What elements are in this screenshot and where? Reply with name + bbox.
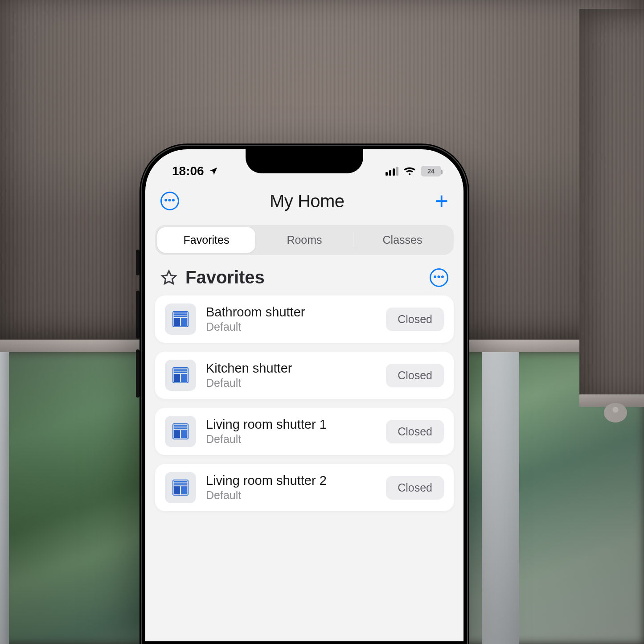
page-title: My Home: [270, 191, 345, 211]
device-label: Kitchen shutter Default: [206, 361, 376, 390]
svg-rect-21: [174, 484, 187, 485]
device-label: Living room shutter 1 Default: [206, 417, 376, 446]
cellular-signal-icon: [386, 167, 398, 176]
device-name: Living room shutter 1: [206, 417, 376, 432]
section-menu-button[interactable]: •••: [430, 268, 448, 287]
svg-rect-1: [174, 312, 187, 314]
svg-rect-13: [174, 425, 187, 426]
shutter-icon: [165, 304, 196, 335]
window-frame: [482, 343, 519, 644]
window-frame: [0, 343, 9, 644]
roller-blind-bead: [604, 403, 627, 422]
view-tabs: Favorites Rooms Classes: [155, 225, 454, 255]
svg-rect-3: [174, 316, 187, 317]
device-state-button[interactable]: Closed: [386, 476, 444, 500]
tab-classes[interactable]: Classes: [353, 227, 451, 253]
svg-rect-5: [181, 318, 187, 326]
svg-rect-17: [181, 430, 187, 438]
svg-rect-20: [174, 483, 187, 484]
phone-frame: 18:06 24 ••• My Home +: [139, 144, 469, 644]
app-header: ••• My Home +: [145, 184, 464, 225]
phone-side-button: [136, 349, 139, 398]
section-header: Favorites •••: [145, 267, 464, 295]
svg-rect-4: [174, 318, 180, 326]
device-name: Living room shutter 2: [206, 473, 376, 488]
shutter-icon: [165, 360, 196, 391]
home-menu-button[interactable]: •••: [160, 192, 179, 210]
device-name: Bathroom shutter: [206, 305, 376, 320]
phone-screen: 18:06 24 ••• My Home +: [145, 149, 464, 641]
device-name: Kitchen shutter: [206, 361, 376, 376]
phone-side-button: [136, 250, 139, 275]
device-card[interactable]: Living room shutter 1 Default Closed: [155, 408, 454, 455]
device-room: Default: [206, 433, 376, 446]
shutter-icon: [165, 472, 196, 503]
battery-icon: 24: [421, 166, 441, 176]
svg-rect-23: [181, 486, 187, 494]
section-title: Favorites: [185, 267, 265, 287]
device-card[interactable]: Kitchen shutter Default Closed: [155, 352, 454, 399]
svg-rect-8: [174, 370, 187, 372]
device-label: Living room shutter 2 Default: [206, 473, 376, 502]
device-room: Default: [206, 320, 376, 333]
svg-rect-14: [174, 427, 187, 428]
tab-rooms[interactable]: Rooms: [255, 227, 353, 253]
phone-notch: [246, 149, 363, 173]
add-button[interactable]: +: [435, 189, 448, 213]
device-label: Bathroom shutter Default: [206, 305, 376, 333]
svg-rect-19: [174, 481, 187, 482]
status-time: 18:06: [172, 164, 204, 178]
svg-rect-2: [174, 314, 187, 316]
roller-blind: [579, 9, 644, 406]
device-room: Default: [206, 489, 376, 502]
svg-rect-11: [181, 374, 187, 382]
svg-rect-7: [174, 369, 187, 370]
device-state-button[interactable]: Closed: [386, 420, 444, 443]
svg-rect-22: [174, 486, 180, 494]
svg-rect-15: [174, 428, 187, 429]
device-state-button[interactable]: Closed: [386, 364, 444, 387]
location-arrow-icon: [209, 166, 218, 176]
device-card[interactable]: Living room shutter 2 Default Closed: [155, 464, 454, 511]
shutter-icon: [165, 416, 196, 447]
svg-rect-16: [174, 430, 180, 438]
svg-rect-10: [174, 374, 180, 382]
battery-level: 24: [427, 168, 435, 175]
wifi-icon: [404, 166, 415, 176]
phone-side-button: [136, 291, 139, 339]
svg-rect-9: [174, 372, 187, 373]
device-room: Default: [206, 377, 376, 390]
star-icon: [160, 269, 177, 286]
device-state-button[interactable]: Closed: [386, 308, 444, 331]
device-list: Bathroom shutter Default Closed: [145, 295, 464, 511]
device-card[interactable]: Bathroom shutter Default Closed: [155, 295, 454, 343]
tab-favorites[interactable]: Favorites: [157, 227, 255, 253]
